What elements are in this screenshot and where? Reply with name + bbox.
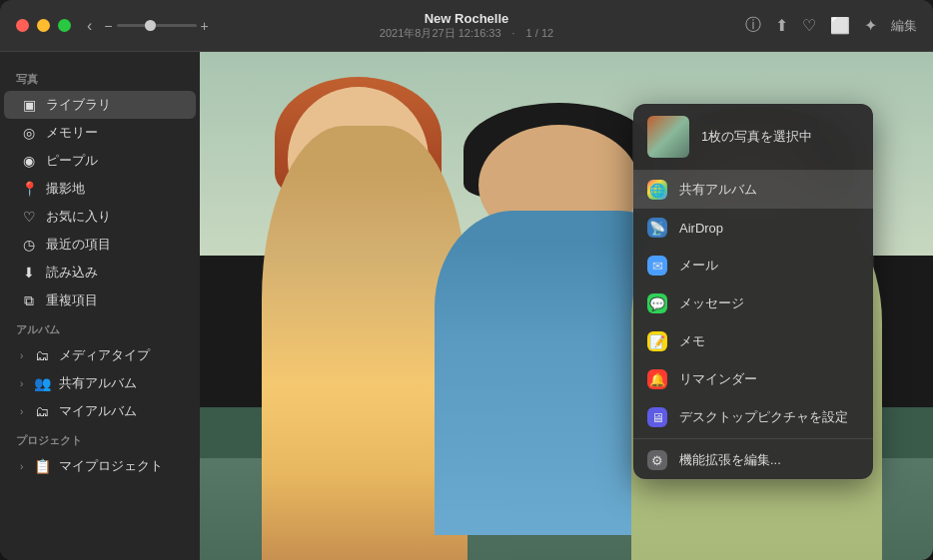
zoom-plus-icon: + [201, 18, 209, 34]
sidebar-section-photos: 写真 [0, 64, 200, 91]
expand-media-icon: › [20, 350, 23, 361]
sidebar-item-memories-label: メモリー [46, 124, 98, 142]
sidebar-item-library-label: ライブラリ [46, 96, 111, 114]
share-item-mail[interactable]: ✉ メール [633, 247, 873, 284]
shared-albums-icon: 👥 [33, 375, 51, 391]
sidebar-item-favorites-label: お気に入り [46, 208, 111, 226]
sidebar-item-places-label: 撮影地 [46, 180, 85, 198]
favorites-icon: ♡ [20, 209, 38, 225]
sidebar-section-projects: プロジェクト [0, 425, 200, 452]
edit-button[interactable]: 編集 [891, 17, 917, 35]
sidebar-item-imports-label: 読み込み [46, 264, 98, 281]
zoom-slider[interactable]: − + [104, 18, 208, 34]
share-item-shared-album-label: 共有アルバム [679, 181, 757, 199]
titlebar-left: ‹ − + [87, 17, 209, 35]
share-item-airdrop-label: AirDrop [679, 221, 723, 236]
maximize-button[interactable] [58, 19, 71, 32]
share-item-airdrop[interactable]: 📡 AirDrop [633, 209, 873, 247]
people-icon: ◉ [20, 153, 38, 169]
main-content: 写真 ▣ ライブラリ ◎ メモリー ◉ ピープル 📍 撮影地 ♡ お気に入り [0, 52, 933, 560]
heart-icon[interactable]: ♡ [802, 16, 816, 35]
share-menu-header: 1枚の写真を選択中 [633, 104, 873, 171]
share-item-reminders[interactable]: 🔔 リマインダー [633, 360, 873, 398]
share-item-shared-album[interactable]: 🌐 共有アルバム [633, 171, 873, 209]
share-thumbnail [647, 116, 689, 158]
duplicates-icon: ⧉ [20, 292, 38, 309]
sidebar-item-shared-albums-label: 共有アルバム [59, 374, 137, 392]
zoom-minus-icon: − [104, 18, 112, 34]
close-button[interactable] [16, 19, 29, 32]
places-icon: 📍 [20, 181, 38, 197]
sidebar-item-media-type[interactable]: › 🗂 メディアタイプ [4, 341, 196, 369]
sidebar-item-my-albums[interactable]: › 🗂 マイアルバム [4, 397, 196, 425]
sidebar-item-people[interactable]: ◉ ピープル [4, 147, 196, 175]
minimize-button[interactable] [37, 19, 50, 32]
share-item-messages[interactable]: 💬 メッセージ [633, 284, 873, 322]
traffic-lights [16, 19, 71, 32]
back-button[interactable]: ‹ [87, 17, 92, 35]
sidebar-item-imports[interactable]: ⬇ 読み込み [4, 259, 196, 286]
sidebar-item-duplicates-label: 重複項目 [46, 291, 98, 309]
main-window: ‹ − + New Rochelle 2021年8月27日 12:16:33 ·… [0, 0, 933, 560]
titlebar: ‹ − + New Rochelle 2021年8月27日 12:16:33 ·… [0, 0, 933, 52]
sidebar-item-favorites[interactable]: ♡ お気に入り [4, 203, 196, 231]
expand-projects-icon: › [20, 461, 23, 472]
share-item-set-desktop-label: デスクトップピクチャを設定 [679, 408, 848, 426]
sidebar: 写真 ▣ ライブラリ ◎ メモリー ◉ ピープル 📍 撮影地 ♡ お気に入り [0, 52, 200, 560]
sidebar-item-recent-label: 最近の項目 [46, 236, 111, 254]
recent-icon: ◷ [20, 237, 38, 253]
share-item-notes[interactable]: 📝 メモ [633, 322, 873, 360]
share-icon[interactable]: ⬆ [775, 16, 788, 35]
sidebar-item-library[interactable]: ▣ ライブラリ [4, 91, 196, 119]
airdrop-icon: 📡 [647, 218, 667, 238]
zoom-thumb[interactable] [145, 20, 156, 31]
sidebar-item-recent[interactable]: ◷ 最近の項目 [4, 231, 196, 259]
extensions-icon: ⚙ [647, 450, 667, 470]
mail-icon: ✉ [647, 256, 667, 276]
share-item-mail-label: メール [679, 257, 718, 275]
photo-area: 1枚の写真を選択中 🌐 共有アルバム 📡 AirDrop ✉ メール 💬 メッセ… [200, 52, 933, 560]
share-header-text: 1枚の写真を選択中 [701, 128, 812, 146]
expand-shared-icon: › [20, 378, 23, 389]
sidebar-item-duplicates[interactable]: ⧉ 重複項目 [4, 286, 196, 314]
share-item-extensions[interactable]: ⚙ 機能拡張を編集... [633, 441, 873, 479]
library-icon: ▣ [20, 97, 38, 113]
share-item-extensions-label: 機能拡張を編集... [679, 451, 781, 469]
my-albums-icon: 🗂 [33, 403, 51, 419]
sidebar-section-albums: アルバム [0, 314, 200, 341]
imports-icon: ⬇ [20, 265, 38, 280]
sidebar-item-memories[interactable]: ◎ メモリー [4, 119, 196, 147]
zoom-track[interactable] [117, 24, 197, 27]
memories-icon: ◎ [20, 125, 38, 141]
crop-icon[interactable]: ⬜ [830, 16, 850, 35]
share-item-messages-label: メッセージ [679, 294, 744, 312]
share-menu-divider [633, 438, 873, 439]
sidebar-item-places[interactable]: 📍 撮影地 [4, 175, 196, 203]
sidebar-item-my-projects[interactable]: › 📋 マイプロジェクト [4, 452, 196, 480]
share-item-notes-label: メモ [679, 332, 705, 350]
sparkle-icon[interactable]: ✦ [864, 16, 877, 35]
reminders-icon: 🔔 [647, 369, 667, 389]
titlebar-right: ⓘ ⬆ ♡ ⬜ ✦ 編集 [745, 15, 917, 36]
media-type-icon: 🗂 [33, 347, 51, 363]
sidebar-item-media-type-label: メディアタイプ [59, 346, 150, 364]
sidebar-item-my-albums-label: マイアルバム [59, 402, 137, 420]
photo-subtitle: 2021年8月27日 12:16:33 · 1 / 12 [380, 26, 553, 41]
set-desktop-icon: 🖥 [647, 407, 667, 427]
expand-myalbums-icon: › [20, 406, 23, 417]
messages-icon: 💬 [647, 293, 667, 313]
sidebar-item-people-label: ピープル [46, 152, 98, 170]
notes-icon: 📝 [647, 331, 667, 351]
photo-title: New Rochelle [380, 11, 553, 26]
share-item-reminders-label: リマインダー [679, 370, 757, 388]
sidebar-item-my-projects-label: マイプロジェクト [59, 457, 163, 475]
titlebar-center: New Rochelle 2021年8月27日 12:16:33 · 1 / 1… [380, 11, 553, 41]
share-menu-popup: 1枚の写真を選択中 🌐 共有アルバム 📡 AirDrop ✉ メール 💬 メッセ… [633, 104, 873, 479]
shared-album-icon: 🌐 [647, 180, 667, 200]
sidebar-item-shared-albums[interactable]: › 👥 共有アルバム [4, 369, 196, 397]
share-item-set-desktop[interactable]: 🖥 デスクトップピクチャを設定 [633, 398, 873, 436]
my-projects-icon: 📋 [33, 458, 51, 474]
info-icon[interactable]: ⓘ [745, 15, 761, 36]
